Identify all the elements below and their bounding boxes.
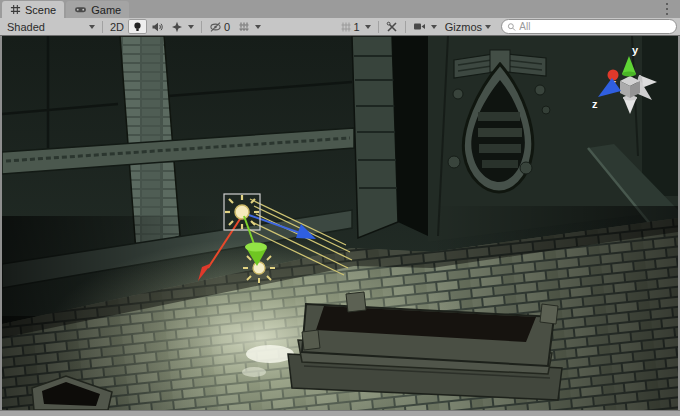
camera-settings[interactable] (409, 19, 441, 34)
scene-view-window: Scene Game Shaded 2D (0, 0, 680, 416)
audio-toggle[interactable] (147, 19, 167, 34)
toolbar-right-group: 1 Gizmos (336, 19, 677, 34)
effects-toggle[interactable] (167, 19, 198, 34)
tools-icon (386, 21, 398, 33)
scene-grid-icon (10, 4, 21, 15)
tab-bar: Scene Game (0, 0, 680, 18)
toolbar-separator (405, 21, 406, 33)
tool-settings-button[interactable] (382, 19, 402, 34)
grid-plane-icon (238, 21, 250, 33)
search-input[interactable] (519, 21, 671, 32)
window-bottom-edge (0, 410, 680, 416)
directional-light-gizmo[interactable] (224, 194, 260, 230)
window-menu-icon[interactable] (662, 3, 672, 15)
gizmos-dropdown[interactable]: Gizmos (441, 19, 495, 34)
chevron-down-icon (89, 25, 95, 29)
hidden-count: 0 (224, 21, 230, 33)
scene-viewport[interactable]: y x z (2, 36, 678, 410)
effects-sparkle-icon (171, 21, 183, 33)
scene-render: y x z (2, 36, 678, 410)
toolbar-separator (201, 21, 202, 33)
scene-search-field[interactable] (501, 19, 677, 34)
tab-scene[interactable]: Scene (2, 1, 64, 18)
grid-dropdown-icon[interactable] (255, 25, 261, 29)
gamepad-icon (74, 4, 87, 15)
snap-dropdown-icon[interactable] (365, 25, 371, 29)
tab-game[interactable]: Game (66, 1, 129, 18)
tab-game-label: Game (91, 4, 121, 16)
light-bulb-icon (132, 21, 143, 33)
hidden-objects-toggle[interactable]: 0 (205, 19, 234, 34)
gizmos-chevron-icon (485, 25, 491, 29)
effects-dropdown-icon[interactable] (188, 25, 194, 29)
gizmos-label: Gizmos (445, 21, 482, 33)
toolbar-separator (102, 21, 103, 33)
snap-settings[interactable]: 1 (336, 19, 375, 34)
tab-scene-label: Scene (25, 4, 56, 16)
snap-value: 1 (354, 21, 360, 33)
grid-visibility-toggle[interactable] (234, 19, 265, 34)
2d-toggle[interactable]: 2D (106, 19, 128, 34)
scene-toolbar: Shaded 2D (0, 18, 680, 36)
eye-crossed-icon (209, 21, 222, 33)
speaker-icon (151, 21, 163, 33)
camera-icon (413, 21, 426, 32)
lighting-toggle[interactable] (128, 19, 147, 34)
search-icon (507, 22, 516, 32)
2d-label: 2D (110, 21, 124, 33)
shading-mode-label: Shaded (7, 21, 45, 33)
shading-mode-dropdown[interactable]: Shaded (3, 19, 99, 34)
axis-y-label: y (632, 44, 639, 56)
snap-grid-icon (340, 21, 352, 33)
axis-z-label: z (592, 98, 598, 110)
toolbar-separator (378, 21, 379, 33)
camera-dropdown-icon[interactable] (431, 25, 437, 29)
